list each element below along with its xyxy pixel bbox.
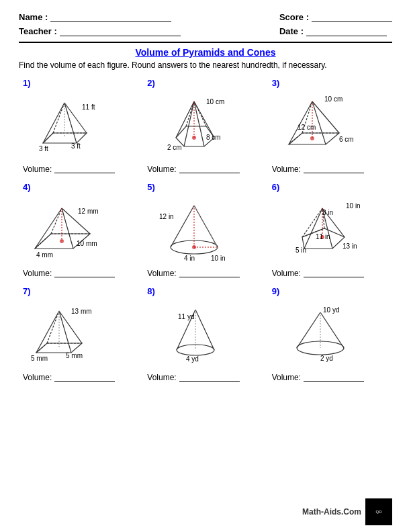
svg-line-2 <box>64 103 77 143</box>
answer-7[interactable] <box>54 373 115 382</box>
figure-1: 11 ft 3 ft 3 ft <box>23 89 142 157</box>
problem-5-number: 5) <box>147 182 266 192</box>
svg-text:3 in: 3 in <box>322 209 333 216</box>
svg-text:5 in: 5 in <box>295 247 306 254</box>
answer-6[interactable] <box>304 269 364 277</box>
problem-1-number: 1) <box>23 78 142 88</box>
volume-7: Volume: <box>23 373 118 382</box>
svg-text:10 in: 10 in <box>346 202 361 210</box>
svg-line-3 <box>53 103 64 133</box>
volume-1-label: Volume: <box>23 165 52 174</box>
svg-line-77 <box>47 311 59 343</box>
svg-line-27 <box>312 101 326 144</box>
svg-text:3 ft: 3 ft <box>39 145 48 152</box>
teacher-field: Teacher : <box>19 26 181 36</box>
volume-1: Volume: <box>23 165 118 174</box>
volume-5-label: Volume: <box>147 269 176 278</box>
volume-6: Volume: <box>272 269 367 278</box>
answer-3[interactable] <box>304 165 364 173</box>
answer-1[interactable] <box>54 165 115 173</box>
teacher-line[interactable] <box>60 27 181 36</box>
footer: Math-Aids.Com QR <box>302 498 392 525</box>
answer-9[interactable] <box>304 373 364 382</box>
problem-1: 1) <box>19 75 143 179</box>
svg-line-76 <box>59 311 82 343</box>
worksheet-page: Name : Teacher : Score : Date : Volume o… <box>0 0 411 532</box>
svg-text:10 yd: 10 yd <box>323 306 339 314</box>
problem-9: 9) 10 yd 2 yd Volume: <box>268 283 392 388</box>
brand-logo: Math-Aids.Com <box>302 507 361 517</box>
problem-8: 8) 11 yd 4 yd Volume: <box>143 283 267 388</box>
svg-line-1 <box>43 103 64 143</box>
answer-5[interactable] <box>179 269 240 277</box>
svg-text:4 in: 4 in <box>184 255 195 262</box>
svg-text:5 mm: 5 mm <box>66 352 83 359</box>
volume-7-label: Volume: <box>23 373 52 382</box>
name-line[interactable] <box>50 13 171 22</box>
svg-point-19 <box>192 136 196 140</box>
svg-text:11 yd: 11 yd <box>178 313 194 320</box>
svg-marker-0 <box>43 133 87 143</box>
svg-line-28 <box>312 101 339 133</box>
figure-3: 10 cm 12 cm 6 cm <box>272 89 391 157</box>
svg-text:2 yd: 2 yd <box>320 355 333 362</box>
header: Name : Teacher : Score : Date : <box>19 12 392 36</box>
figure-8: 11 yd 4 yd <box>147 298 266 365</box>
answer-8[interactable] <box>179 373 240 382</box>
figure-9: 10 yd 2 yd <box>272 298 391 365</box>
svg-text:12 in: 12 in <box>159 213 174 220</box>
svg-line-74 <box>36 311 59 353</box>
svg-text:11 in: 11 in <box>316 233 330 240</box>
svg-text:6 cm: 6 cm <box>339 136 354 143</box>
problem-9-number: 9) <box>272 286 391 296</box>
problem-3: 3) 10 cm 12 cm 6 cm <box>268 75 392 179</box>
svg-line-89 <box>297 312 320 348</box>
problem-4: 4) 12 mm 10 mm <box>19 179 143 283</box>
qr-code: QR <box>365 498 392 525</box>
svg-text:12 cm: 12 cm <box>298 124 316 131</box>
svg-line-41 <box>51 208 62 234</box>
volume-9-label: Volume: <box>272 373 301 382</box>
answer-4[interactable] <box>54 269 115 277</box>
svg-text:10 cm: 10 cm <box>324 95 342 103</box>
svg-line-90 <box>320 312 344 348</box>
teacher-label: Teacher : <box>19 26 57 36</box>
volume-3: Volume: <box>272 165 367 174</box>
volume-8-label: Volume: <box>147 373 176 382</box>
figure-6: 10 in 3 in 11 in 5 in 13 in <box>272 193 391 261</box>
svg-point-52 <box>192 245 196 249</box>
answer-2[interactable] <box>179 165 240 173</box>
svg-point-43 <box>60 239 64 243</box>
svg-line-38 <box>35 208 62 249</box>
svg-text:10 in: 10 in <box>211 255 226 262</box>
svg-text:10 cm: 10 cm <box>206 98 224 105</box>
svg-line-58 <box>304 208 322 249</box>
volume-5: Volume: <box>147 269 242 278</box>
worksheet-title: Volume of Pyramids and Cones <box>19 47 392 58</box>
svg-text:5 mm: 5 mm <box>31 355 48 362</box>
score-line[interactable] <box>312 13 392 22</box>
volume-2: Volume: <box>147 165 242 174</box>
date-line[interactable] <box>306 27 387 36</box>
problem-4-number: 4) <box>23 182 142 192</box>
instructions: Find the volume of each figure. Round an… <box>19 60 392 70</box>
svg-point-31 <box>310 136 314 140</box>
problem-6: 6) 10 in 3 <box>268 179 392 283</box>
volume-8: Volume: <box>147 373 242 382</box>
date-field: Date : <box>279 26 392 36</box>
header-right: Score : Date : <box>279 12 392 36</box>
problem-2-number: 2) <box>147 78 266 88</box>
svg-text:8 cm: 8 cm <box>206 134 221 141</box>
figure-7: 13 mm 5 mm 5 mm <box>23 298 142 365</box>
volume-2-label: Volume: <box>147 165 176 174</box>
problem-5: 5) 12 in 4 in <box>143 179 267 283</box>
svg-line-13 <box>194 101 204 146</box>
svg-text:3 ft: 3 ft <box>71 142 81 150</box>
problem-8-number: 8) <box>147 286 266 296</box>
date-label: Date : <box>279 26 304 36</box>
svg-line-84 <box>195 310 214 350</box>
svg-text:11 ft: 11 ft <box>82 103 95 111</box>
volume-4: Volume: <box>23 269 118 278</box>
problem-2: 2) 10 cm 8 cm 2 cm <box>143 75 267 179</box>
problem-7-number: 7) <box>23 286 142 296</box>
